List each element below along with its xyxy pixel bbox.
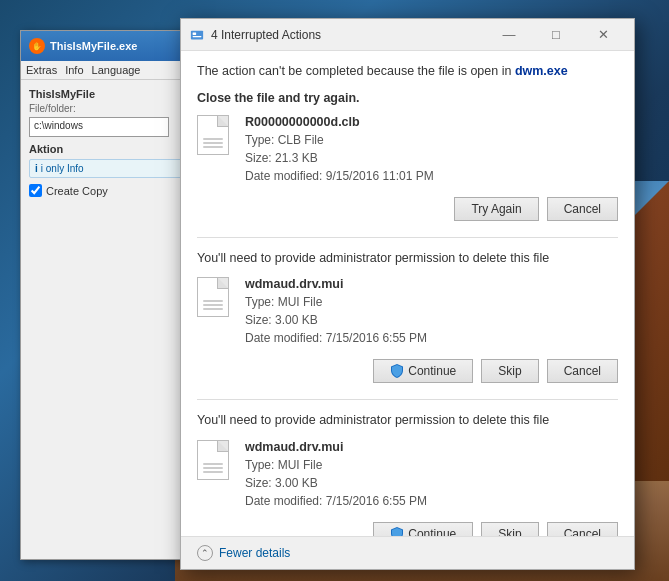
section-2-file-icon: [197, 277, 233, 321]
dialog-controls: — □ ✕: [486, 19, 626, 51]
section-3-file-info: wdmaud.drv.mui Type: MUI File Size: 3.00…: [245, 440, 618, 510]
dialog-maximize-button[interactable]: □: [533, 19, 579, 51]
bg-app-titlebar: ✋ ThisIsMyFile.exe: [21, 31, 194, 61]
section-3-skip-button[interactable]: Skip: [481, 522, 538, 537]
chevron-up-icon: ⌃: [197, 545, 213, 561]
divider-2: [197, 399, 618, 400]
divider-1: [197, 237, 618, 238]
section-3-file-size: Size: 3.00 KB: [245, 474, 618, 492]
section-2-file-name: wdmaud.drv.mui: [245, 277, 618, 291]
section-2-file-size: Size: 3.00 KB: [245, 311, 618, 329]
section-2-file-type: Type: MUI File: [245, 293, 618, 311]
info-icon: i: [35, 163, 38, 174]
section-1-file-type: Type: CLB File: [245, 131, 618, 149]
section-3-file-row: wdmaud.drv.mui Type: MUI File Size: 3.00…: [197, 440, 618, 510]
section-3-continue-button[interactable]: Continue: [373, 522, 473, 537]
section-3-file-type: Type: MUI File: [245, 456, 618, 474]
section-2: You'll need to provide administrator per…: [197, 250, 618, 384]
bg-app-info-box: i i only Info: [29, 159, 186, 178]
svg-rect-0: [191, 30, 203, 39]
svg-rect-2: [193, 35, 202, 36]
section-2-continue-label: Continue: [408, 364, 456, 378]
section-3-file-icon: [197, 440, 233, 484]
interrupted-actions-dialog: 4 Interrupted Actions — □ ✕ The action c…: [180, 18, 635, 570]
info-text: i only Info: [41, 163, 84, 174]
section-1-file-info: R00000000000d.clb Type: CLB File Size: 2…: [245, 115, 618, 185]
section-1-file-date: Date modified: 9/15/2016 11:01 PM: [245, 167, 618, 185]
bg-app-file-label: File/folder:: [29, 103, 186, 114]
section-1-file-name: R00000000000d.clb: [245, 115, 618, 129]
fewer-details-button[interactable]: ⌃ Fewer details: [197, 545, 290, 561]
bg-app-title: ThisIsMyFile.exe: [50, 40, 137, 52]
menu-extras[interactable]: Extras: [26, 64, 57, 76]
section-2-continue-button[interactable]: Continue: [373, 359, 473, 383]
section-2-skip-button[interactable]: Skip: [481, 359, 538, 383]
bg-app-checkbox-row[interactable]: Create Copy: [29, 184, 186, 197]
section-1-file-icon: [197, 115, 233, 159]
shield-icon: [390, 364, 404, 378]
section-1: The action can't be completed because th…: [197, 63, 618, 221]
section-1-process: dwm.exe: [515, 64, 568, 78]
section-1-file-row: R00000000000d.clb Type: CLB File Size: 2…: [197, 115, 618, 185]
section-1-cancel-button[interactable]: Cancel: [547, 197, 618, 221]
dialog-title-text: 4 Interrupted Actions: [211, 28, 486, 42]
dialog-close-button[interactable]: ✕: [580, 19, 626, 51]
fewer-details-label: Fewer details: [219, 546, 290, 560]
section-3-button-row: Continue Skip Cancel: [197, 522, 618, 537]
section-1-button-row: Try Again Cancel: [197, 197, 618, 221]
section-3-message: You'll need to provide administrator per…: [197, 412, 618, 430]
dialog-title-icon: [189, 27, 205, 43]
section-3-file-name: wdmaud.drv.mui: [245, 440, 618, 454]
bg-app-name-label: ThisIsMyFile: [29, 88, 186, 100]
section-1-submessage: Close the file and try again.: [197, 91, 618, 105]
create-copy-checkbox[interactable]: [29, 184, 42, 197]
section-2-button-row: Continue Skip Cancel: [197, 359, 618, 383]
section-2-file-date: Date modified: 7/15/2016 6:55 PM: [245, 329, 618, 347]
bg-app-menu: Extras Info Language: [21, 61, 194, 80]
bg-app-aktion-label: Aktion: [29, 143, 186, 155]
section-2-cancel-button[interactable]: Cancel: [547, 359, 618, 383]
section-1-file-size: Size: 21.3 KB: [245, 149, 618, 167]
section-2-file-info: wdmaud.drv.mui Type: MUI File Size: 3.00…: [245, 277, 618, 347]
bg-app-file-input[interactable]: c:\windows: [29, 117, 169, 137]
menu-language[interactable]: Language: [92, 64, 141, 76]
dialog-footer: ⌃ Fewer details: [181, 536, 634, 569]
create-copy-label: Create Copy: [46, 185, 108, 197]
bg-app-icon: ✋: [29, 38, 45, 54]
section-3-continue-label: Continue: [408, 527, 456, 537]
menu-info[interactable]: Info: [65, 64, 83, 76]
section-1-message: The action can't be completed because th…: [197, 63, 618, 81]
dialog-titlebar: 4 Interrupted Actions — □ ✕: [181, 19, 634, 51]
section-2-file-row: wdmaud.drv.mui Type: MUI File Size: 3.00…: [197, 277, 618, 347]
section-3: You'll need to provide administrator per…: [197, 412, 618, 536]
shield-icon-2: [390, 527, 404, 537]
background-app-window: ✋ ThisIsMyFile.exe Extras Info Language …: [20, 30, 195, 560]
dialog-minimize-button[interactable]: —: [486, 19, 532, 51]
svg-rect-1: [193, 32, 197, 35]
section-3-file-date: Date modified: 7/15/2016 6:55 PM: [245, 492, 618, 510]
bg-app-content: ThisIsMyFile File/folder: c:\windows Akt…: [21, 80, 194, 205]
try-again-button[interactable]: Try Again: [454, 197, 538, 221]
section-2-message: You'll need to provide administrator per…: [197, 250, 618, 268]
dialog-body: The action can't be completed because th…: [181, 51, 634, 536]
section-3-cancel-button[interactable]: Cancel: [547, 522, 618, 537]
